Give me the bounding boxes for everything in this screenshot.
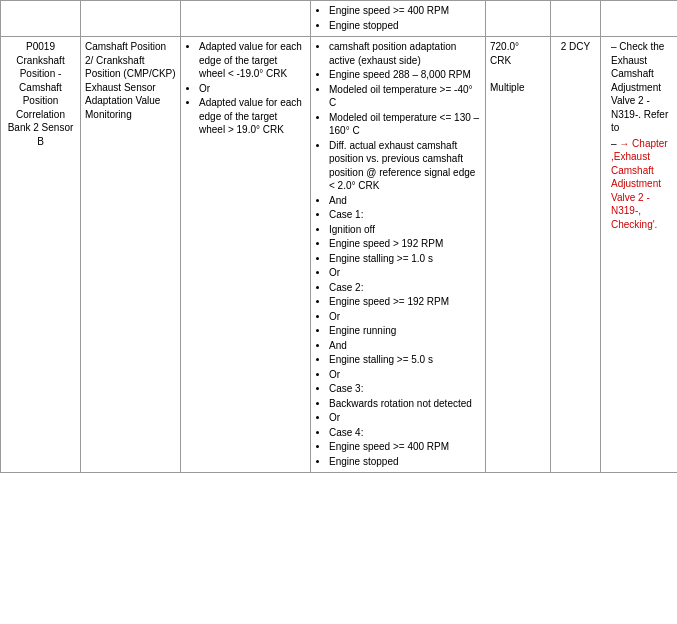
- action-text-red: → Chapter ,Exhaust Camshaft Adjustment V…: [611, 138, 668, 230]
- cond-or-4: Or: [329, 411, 481, 425]
- cond-case1: Case 1:: [329, 208, 481, 222]
- enable-item-2: Adapted value for each edge of the targe…: [199, 96, 306, 137]
- action-item-1: Check the Exhaust Camshaft Adjustment Va…: [611, 40, 673, 135]
- action-cell-top: [601, 1, 678, 37]
- cond-1: camshaft position adaptation active (exh…: [329, 40, 481, 67]
- cond-or-1: Or: [329, 266, 481, 280]
- threshold-cell: 720.0°CRKMultiple: [486, 37, 551, 473]
- cond-3: Modeled oil temperature >= -40° C: [329, 83, 481, 110]
- mil-cell-top: [551, 1, 601, 37]
- description-text: Camshaft Position 2/ Crankshaft Position…: [85, 41, 176, 120]
- description-cell-top: [81, 1, 181, 37]
- continuation-row: Engine speed >= 400 RPM Engine stopped: [1, 1, 678, 37]
- cond-and-1: And: [329, 194, 481, 208]
- enable-conditions-cell: Adapted value for each edge of the targe…: [181, 37, 311, 473]
- top-condition-item-1: Engine speed >= 400 RPM: [329, 4, 481, 18]
- conditions-list: camshaft position adaptation active (exh…: [315, 40, 481, 468]
- action-text-normal: Check the Exhaust Camshaft Adjustment Va…: [611, 41, 668, 133]
- cond-5: Diff. actual exhaust camshaft position v…: [329, 139, 481, 193]
- top-conditions-list: Engine speed >= 400 RPM Engine stopped: [315, 4, 481, 32]
- dtc-code-cell-top: [1, 1, 81, 37]
- cond-back-rot: Backwards rotation not detected: [329, 397, 481, 411]
- enable-item-or-1: Or: [199, 82, 306, 96]
- cond-spd-400: Engine speed >= 400 RPM: [329, 440, 481, 454]
- cond-4: Modeled oil temperature <= 130 – 160° C: [329, 111, 481, 138]
- description-cell: Camshaft Position 2/ Crankshaft Position…: [81, 37, 181, 473]
- top-condition-item-2: Engine stopped: [329, 19, 481, 33]
- cond-eng-run: Engine running: [329, 324, 481, 338]
- enable-cell-top: [181, 1, 311, 37]
- cond-or-3: Or: [329, 368, 481, 382]
- conditions-cell-top: Engine speed >= 400 RPM Engine stopped: [311, 1, 486, 37]
- cond-case2: Case 2:: [329, 281, 481, 295]
- cond-spd-192: Engine speed > 192 RPM: [329, 237, 481, 251]
- cond-spd-192-2: Engine speed >= 192 RPM: [329, 295, 481, 309]
- cond-stall-5: Engine stalling >= 5.0 s: [329, 353, 481, 367]
- enable-conditions-list: Adapted value for each edge of the targe…: [185, 40, 306, 137]
- threshold-cell-top: [486, 1, 551, 37]
- enable-item-1: Adapted value for each edge of the targe…: [199, 40, 306, 81]
- cond-case3: Case 3:: [329, 382, 481, 396]
- cond-case4: Case 4:: [329, 426, 481, 440]
- dtc-code: P0019Crankshaft Position - Camshaft Posi…: [8, 41, 74, 147]
- mil-cell: 2 DCY: [551, 37, 601, 473]
- cond-stall-1: Engine stalling >= 1.0 s: [329, 252, 481, 266]
- action-list: Check the Exhaust Camshaft Adjustment Va…: [605, 40, 673, 231]
- dtc-code-cell: P0019Crankshaft Position - Camshaft Posi…: [1, 37, 81, 473]
- threshold-value: 720.0°CRKMultiple: [490, 41, 524, 93]
- cond-2: Engine speed 288 – 8,000 RPM: [329, 68, 481, 82]
- cond-eng-stop: Engine stopped: [329, 455, 481, 469]
- p0019-row: P0019Crankshaft Position - Camshaft Posi…: [1, 37, 678, 473]
- conditions-cell: camshaft position adaptation active (exh…: [311, 37, 486, 473]
- mil-value: 2 DCY: [561, 41, 590, 52]
- cond-ign-off: Ignition off: [329, 223, 481, 237]
- cond-and-2: And: [329, 339, 481, 353]
- action-cell: Check the Exhaust Camshaft Adjustment Va…: [601, 37, 678, 473]
- cond-or-2: Or: [329, 310, 481, 324]
- action-item-2: → Chapter ,Exhaust Camshaft Adjustment V…: [611, 137, 673, 232]
